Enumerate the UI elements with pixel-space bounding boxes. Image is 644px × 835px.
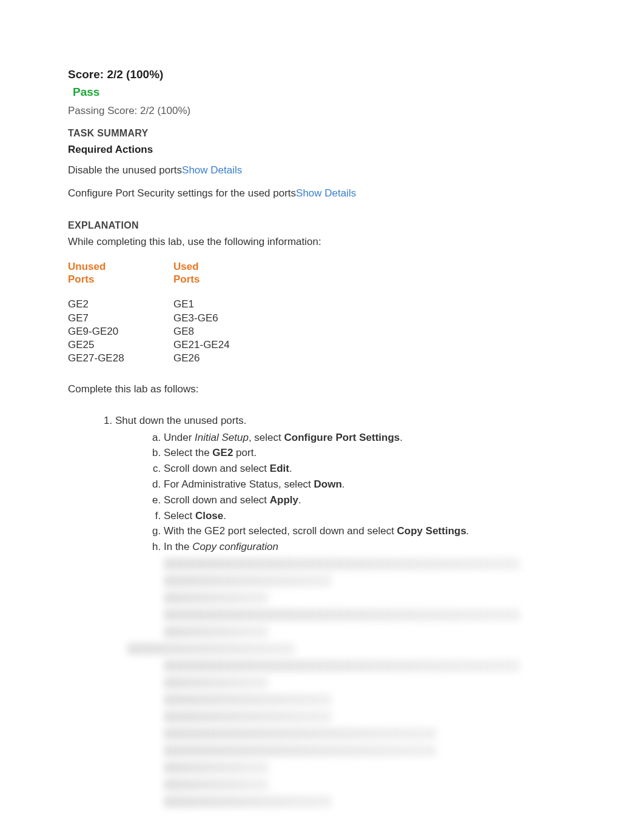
text: Under (164, 432, 195, 443)
blurred-line (164, 660, 520, 672)
port-item: GE27-GE28 (68, 352, 147, 365)
port-item: GE3-GE6 (173, 312, 252, 325)
port-item: GE2 (68, 298, 147, 311)
text-bold: Edit (270, 463, 289, 474)
substep-f: Select Close. (164, 509, 583, 523)
blurred-line (164, 609, 520, 621)
substep-b: Select the GE2 port. (164, 446, 583, 460)
blurred-line (164, 575, 332, 587)
unused-ports-header: Unused Ports (68, 260, 147, 286)
blurred-line (164, 779, 269, 791)
show-details-link[interactable]: Show Details (296, 187, 356, 199)
blurred-line (164, 745, 437, 757)
text-italic: Copy configuration (192, 541, 278, 552)
text: , select (249, 432, 284, 443)
used-header-line1: Used (173, 261, 199, 272)
step-1-title: Shut down the unused ports. (115, 415, 246, 426)
text-bold: Copy Settings (397, 525, 466, 537)
port-item: GE8 (173, 325, 252, 338)
blurred-line (164, 626, 269, 638)
text: With the GE2 port selected, scroll down … (164, 525, 397, 537)
port-item: GE26 (173, 352, 252, 365)
text-bold: Apply (270, 494, 298, 506)
text: . (289, 463, 292, 474)
ports-table: Unused Ports GE2 GE7 GE9-GE20 GE25 GE27-… (68, 260, 583, 365)
substep-e: Scroll down and select Apply. (164, 493, 583, 508)
substep-c: Scroll down and select Edit. (164, 461, 583, 476)
complete-intro: Complete this lab as follows: (68, 382, 583, 397)
main-steps-list: Shut down the unused ports. Under Initia… (68, 414, 583, 638)
text-italic: Initial Setup (195, 432, 249, 443)
blurred-line (164, 677, 269, 689)
unused-ports-column: Unused Ports GE2 GE7 GE9-GE20 GE25 GE27-… (68, 260, 147, 365)
text: Select (164, 510, 195, 521)
action-row: Disable the unused portsShow Details (68, 163, 583, 178)
substep-h: In the Copy configuration (164, 540, 583, 554)
blurred-line (164, 762, 269, 774)
pass-badge: Pass (73, 84, 583, 101)
blurred-line (164, 694, 332, 706)
explanation-intro: While completing this lab, use the follo… (68, 235, 583, 249)
text-bold: GE2 (212, 447, 233, 458)
blurred-line (127, 643, 295, 655)
text: . (223, 510, 226, 521)
unused-ports-items: GE2 GE7 GE9-GE20 GE25 GE27-GE28 (68, 298, 147, 364)
passing-score: Passing Score: 2/2 (100%) (68, 104, 583, 118)
text-bold: Configure Port Settings (284, 432, 400, 443)
step-1-substeps: Under Initial Setup, select Configure Po… (115, 431, 583, 554)
action-text: Disable the unused ports (68, 164, 182, 176)
text-bold: Down (314, 478, 342, 490)
text: For Administrative Status, select (164, 478, 314, 490)
blurred-line (164, 728, 437, 740)
show-details-link[interactable]: Show Details (182, 164, 242, 176)
port-item: GE1 (173, 298, 252, 311)
blurred-line (164, 796, 332, 808)
step-1: Shut down the unused ports. Under Initia… (115, 414, 583, 638)
action-row: Configure Port Security settings for the… (68, 186, 583, 201)
explanation-heading: EXPLANATION (68, 219, 583, 232)
text: . (298, 494, 301, 506)
text: . (466, 525, 469, 537)
text: Scroll down and select (164, 494, 270, 506)
blurred-line (164, 558, 520, 570)
task-summary-heading: TASK SUMMARY (68, 127, 583, 140)
port-item: GE25 (68, 338, 147, 352)
text: . (400, 432, 403, 443)
substep-g: With the GE2 port selected, scroll down … (164, 524, 583, 538)
used-header-line2: Ports (173, 273, 200, 285)
substep-d: For Administrative Status, select Down. (164, 477, 583, 492)
unused-header-line2: Ports (68, 273, 94, 285)
text: In the (164, 541, 192, 552)
blurred-line (164, 711, 332, 723)
text: port. (233, 447, 257, 458)
blurred-line (164, 592, 269, 604)
text: . (342, 478, 345, 490)
text: Select the (164, 447, 212, 458)
unused-header-line1: Unused (68, 261, 106, 272)
blurred-content (164, 643, 583, 808)
used-ports-header: Used Ports (173, 260, 252, 286)
port-item: GE21-GE24 (173, 338, 252, 352)
used-ports-column: Used Ports GE1 GE3-GE6 GE8 GE21-GE24 GE2… (173, 260, 252, 365)
substep-a: Under Initial Setup, select Configure Po… (164, 431, 583, 445)
port-item: GE7 (68, 312, 147, 325)
required-actions-heading: Required Actions (68, 143, 583, 157)
score-line: Score: 2/2 (100%) (68, 67, 583, 83)
blurred-content (164, 558, 583, 638)
action-text: Configure Port Security settings for the… (68, 187, 296, 199)
used-ports-items: GE1 GE3-GE6 GE8 GE21-GE24 GE26 (173, 298, 252, 364)
text-bold: Close (195, 510, 223, 521)
port-item: GE9-GE20 (68, 325, 147, 338)
text: Scroll down and select (164, 463, 270, 474)
